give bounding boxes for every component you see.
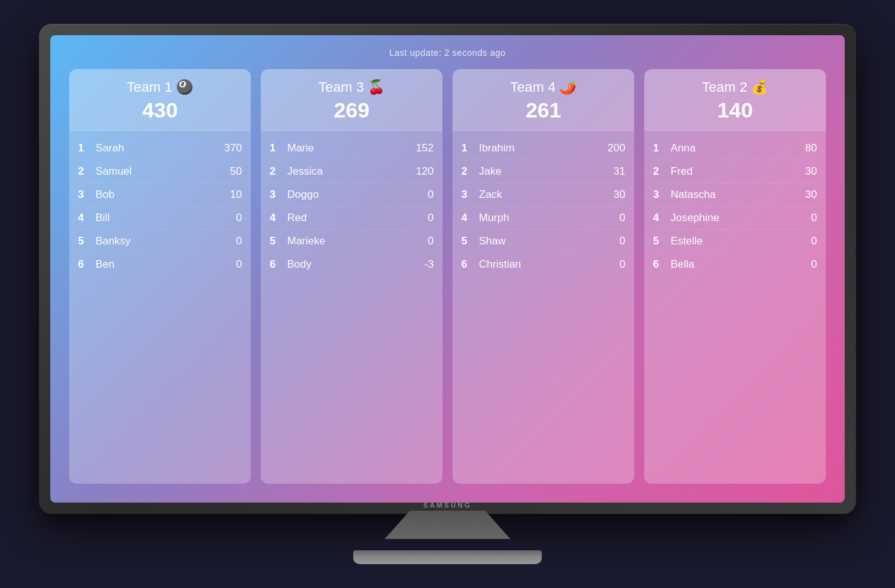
tv-display: Last update: 2 seconds ago Team 1 🎱4301S…: [39, 24, 856, 564]
member-rank: 5: [653, 235, 667, 248]
member-name: Fred: [671, 165, 805, 178]
member-points: 0: [236, 258, 242, 271]
member-row: 5Banksy0: [78, 230, 242, 253]
team-header-team4: Team 4 🌶️261: [453, 69, 634, 131]
member-name: Jessica: [287, 165, 416, 178]
teams-grid: Team 1 🎱4301Sarah3702Samuel503Bob104Bill…: [69, 69, 826, 484]
member-name: Bob: [96, 188, 230, 201]
member-name: Shaw: [479, 235, 620, 248]
team-name-team3: Team 3 🍒: [268, 79, 435, 95]
member-name: Red: [287, 212, 428, 224]
member-row: 6Christian0: [461, 253, 625, 276]
last-update-text: Last update: 2 seconds ago: [389, 48, 505, 58]
member-name: Marieke: [287, 235, 428, 248]
member-rank: 2: [270, 165, 283, 178]
member-rank: 1: [653, 142, 667, 155]
member-rank: 3: [461, 188, 475, 201]
member-name: Doggo: [287, 188, 428, 201]
member-rank: 5: [461, 235, 475, 248]
member-rank: 4: [78, 212, 92, 224]
team-members-team2: 1Anna802Fred303Natascha304Josephine05Est…: [644, 131, 826, 484]
tv-screen: Last update: 2 seconds ago Team 1 🎱4301S…: [50, 35, 845, 503]
member-points: 0: [811, 258, 817, 271]
member-row: 5Shaw0: [461, 230, 625, 253]
member-rank: 5: [78, 235, 92, 248]
member-rank: 1: [461, 142, 475, 155]
team-card-team3: Team 3 🍒2691Marie1522Jessica1203Doggo04R…: [261, 69, 442, 484]
member-rank: 2: [461, 165, 475, 178]
member-row: 4Bill0: [78, 207, 242, 230]
member-points: 0: [811, 235, 817, 248]
member-row: 2Fred30: [653, 160, 817, 183]
member-rank: 3: [653, 188, 667, 201]
team-card-team1: Team 1 🎱4301Sarah3702Samuel503Bob104Bill…: [69, 69, 251, 484]
member-row: 1Anna80: [653, 137, 817, 160]
member-rank: 6: [270, 258, 283, 271]
member-rank: 1: [270, 142, 283, 155]
team-name-team1: Team 1 🎱: [77, 79, 243, 95]
team-name-team2: Team 2 💰: [652, 79, 818, 95]
member-points: 30: [613, 188, 625, 201]
team-members-team4: 1Ibrahim2002Jake313Zack304Murph05Shaw06C…: [453, 131, 634, 484]
member-points: 0: [236, 212, 242, 224]
tv-brand: SAMSUNG: [423, 501, 471, 509]
member-row: 2Samuel50: [78, 160, 242, 183]
team-score-team1: 430: [77, 98, 243, 122]
member-rank: 3: [270, 188, 283, 201]
member-name: Josephine: [671, 212, 811, 224]
member-name: Bella: [671, 258, 811, 271]
member-name: Christian: [479, 258, 620, 271]
member-row: 1Sarah370: [78, 137, 242, 160]
team-members-team1: 1Sarah3702Samuel503Bob104Bill05Banksy06B…: [69, 131, 251, 484]
member-points: 120: [416, 165, 434, 178]
stand-neck: [385, 511, 510, 539]
member-row: 4Josephine0: [653, 207, 817, 230]
member-points: 10: [230, 188, 242, 201]
member-name: Body: [287, 258, 424, 271]
member-row: 1Marie152: [270, 137, 434, 160]
team-score-team4: 261: [460, 98, 627, 122]
tv-stand: [353, 511, 542, 564]
member-name: Jake: [479, 165, 613, 178]
member-name: Murph: [479, 212, 620, 224]
member-name: Zack: [479, 188, 613, 201]
member-points: 0: [620, 212, 625, 224]
member-row: 4Murph0: [461, 207, 625, 230]
member-rank: 6: [461, 258, 475, 271]
member-name: Samuel: [96, 165, 230, 178]
member-rank: 2: [653, 165, 667, 178]
member-points: 0: [811, 212, 817, 224]
member-points: 31: [613, 165, 625, 178]
member-row: 3Doggo0: [270, 183, 434, 207]
member-name: Sarah: [96, 142, 224, 155]
team-score-team2: 140: [652, 98, 818, 122]
member-name: Banksy: [96, 235, 236, 248]
member-rank: 6: [78, 258, 92, 271]
member-row: 6Body-3: [270, 253, 434, 276]
member-points: 0: [428, 212, 434, 224]
member-row: 3Bob10: [78, 183, 242, 207]
member-rank: 1: [78, 142, 92, 155]
member-points: 50: [230, 165, 242, 178]
team-card-team4: Team 4 🌶️2611Ibrahim2002Jake313Zack304Mu…: [453, 69, 634, 484]
member-row: 3Zack30: [461, 183, 625, 207]
member-row: 5Marieke0: [270, 230, 434, 253]
member-name: Natascha: [671, 188, 805, 201]
member-row: 3Natascha30: [653, 183, 817, 207]
member-name: Bill: [96, 212, 236, 224]
member-points: 30: [805, 188, 817, 201]
team-header-team1: Team 1 🎱430: [69, 69, 251, 131]
team-score-team3: 269: [268, 98, 435, 122]
member-points: 0: [236, 235, 242, 248]
tv-bezel: Last update: 2 seconds ago Team 1 🎱4301S…: [39, 24, 856, 514]
member-rank: 3: [78, 188, 92, 201]
team-header-team3: Team 3 🍒269: [261, 69, 442, 131]
member-row: 2Jake31: [461, 160, 625, 183]
team-name-team4: Team 4 🌶️: [460, 79, 627, 95]
member-name: Ben: [96, 258, 236, 271]
member-points: 0: [620, 235, 625, 248]
member-points: 0: [428, 188, 434, 201]
member-row: 6Ben0: [78, 253, 242, 276]
member-name: Marie: [287, 142, 416, 155]
member-points: 30: [805, 165, 817, 178]
